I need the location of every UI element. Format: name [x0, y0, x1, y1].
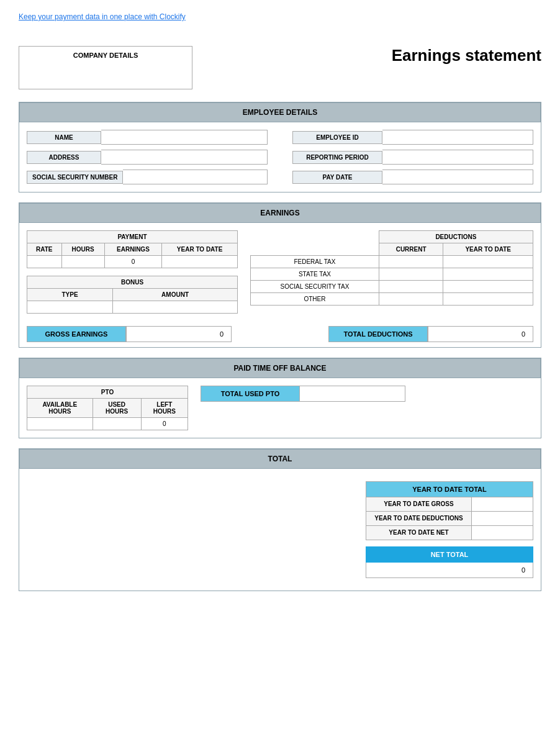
pto-left-cell[interactable]: 0 [141, 418, 187, 430]
deductions-table-header: DEDUCTIONS [379, 231, 533, 243]
total-used-pto-value[interactable] [300, 386, 405, 402]
ytd-table-wrapper: YEAR TO DATE TOTAL YEAR TO DATE GROSS YE… [366, 481, 533, 578]
address-value[interactable] [101, 150, 268, 165]
ssn-label: SOCIAL SECURITY NUMBER [27, 171, 123, 184]
net-total-label: NET TOTAL [366, 546, 533, 563]
federal-tax-ytd[interactable] [443, 256, 533, 268]
pto-total-area: TOTAL USED PTO [201, 386, 533, 404]
employee-details-body: NAME ADDRESS SOCIAL SECURITY NUMBER EMPL… [19, 122, 541, 192]
employee-grid: NAME ADDRESS SOCIAL SECURITY NUMBER EMPL… [27, 130, 533, 184]
bonus-amount-cell[interactable] [113, 301, 238, 314]
ytd-deductions-row: YEAR TO DATE DEDUCTIONS [366, 512, 533, 526]
payment-rate-cell[interactable] [27, 256, 62, 268]
pto-section: PAID TIME OFF BALANCE PTO AVAILABLE HOUR… [19, 358, 541, 438]
payment-table-row: 0 [27, 256, 238, 268]
bonus-table-header: BONUS [27, 276, 238, 289]
pto-section-header: PAID TIME OFF BALANCE [19, 358, 541, 378]
bonus-col-amount: AMOUNT [113, 289, 238, 301]
deductions-col-current: CURRENT [379, 243, 443, 256]
net-total-value[interactable]: 0 [366, 563, 533, 578]
reporting-period-field-row: REPORTING PERIOD [292, 150, 533, 165]
ytd-gross-row: YEAR TO DATE GROSS [366, 497, 533, 512]
total-used-pto-pair: TOTAL USED PTO [201, 386, 405, 402]
ytd-net-value[interactable] [472, 526, 533, 540]
state-tax-label: STATE TAX [251, 268, 379, 281]
employee-left-fields: NAME ADDRESS SOCIAL SECURITY NUMBER [27, 130, 268, 184]
ytd-deductions-value[interactable] [472, 512, 533, 525]
federal-tax-current[interactable] [379, 256, 443, 268]
other-ytd[interactable] [443, 293, 533, 306]
pto-table-header: PTO [27, 386, 188, 399]
ytd-net-row: YEAR TO DATE NET [366, 526, 533, 540]
earnings-header: EARNINGS [19, 203, 541, 223]
company-details-label: COMPANY DETAILS [73, 52, 138, 59]
earnings-left: PAYMENT RATE HOURS EARNINGS YEAR TO DATE… [27, 230, 238, 314]
earnings-right: DEDUCTIONS CURRENT YEAR TO DATE FEDERAL … [250, 230, 533, 314]
employee-details-header: EMPLOYEE DETAILS [19, 102, 541, 122]
pto-used-cell[interactable] [93, 418, 141, 430]
total-used-pto-label: TOTAL USED PTO [201, 386, 300, 402]
ytd-gross-value[interactable] [472, 497, 533, 511]
payment-table-header: PAYMENT [27, 231, 238, 243]
earnings-body: PAYMENT RATE HOURS EARNINGS YEAR TO DATE… [19, 223, 541, 321]
earnings-totals-area: GROSS EARNINGS 0 TOTAL DEDUCTIONS 0 [19, 321, 541, 347]
bonus-table-row [27, 301, 238, 314]
pto-table-row: 0 [27, 418, 188, 430]
deductions-row-federal: FEDERAL TAX [251, 256, 533, 268]
federal-tax-label: FEDERAL TAX [251, 256, 379, 268]
other-label: OTHER [251, 293, 379, 306]
name-value[interactable] [101, 130, 268, 145]
earnings-section: EARNINGS PAYMENT RATE HOURS EARNINGS YEA… [19, 202, 541, 348]
employee-id-value[interactable] [382, 130, 533, 145]
employee-id-field-row: EMPLOYEE ID [292, 130, 533, 145]
employee-right-fields: EMPLOYEE ID REPORTING PERIOD PAY DATE [292, 130, 533, 184]
total-section-body: YEAR TO DATE TOTAL YEAR TO DATE GROSS YE… [19, 469, 541, 591]
payment-ytd-cell[interactable] [162, 256, 238, 268]
deductions-table: DEDUCTIONS CURRENT YEAR TO DATE FEDERAL … [250, 230, 533, 306]
deductions-total-pair: TOTAL DEDUCTIONS 0 [328, 326, 533, 342]
pto-col-used: USED HOURS [93, 399, 141, 418]
payment-col-rate: RATE [27, 243, 62, 256]
payment-hours-cell[interactable] [61, 256, 104, 268]
pay-date-field-row: PAY DATE [292, 170, 533, 184]
address-field-row: ADDRESS [27, 150, 268, 165]
gross-total-pair: GROSS EARNINGS 0 [27, 326, 232, 342]
header-area: COMPANY DETAILS Earnings statement [19, 46, 541, 89]
reporting-period-label: REPORTING PERIOD [292, 151, 382, 164]
ssn-field-row: SOCIAL SECURITY NUMBER [27, 170, 268, 184]
pay-date-value[interactable] [382, 170, 533, 184]
pto-available-cell[interactable] [27, 418, 93, 430]
state-tax-current[interactable] [379, 268, 443, 281]
deductions-row-social-security: SOCIAL SECURITY TAX [251, 281, 533, 293]
payment-col-hours: HOURS [61, 243, 104, 256]
social-security-current[interactable] [379, 281, 443, 293]
ytd-deductions-label: YEAR TO DATE DEDUCTIONS [366, 512, 472, 525]
clockify-link[interactable]: Keep your payment data in one place with… [19, 12, 541, 21]
gross-earnings-value[interactable]: 0 [126, 326, 232, 342]
employee-details-section: EMPLOYEE DETAILS NAME ADDRESS SOCIAL SEC… [19, 102, 541, 192]
name-field-row: NAME [27, 130, 268, 145]
payment-table: PAYMENT RATE HOURS EARNINGS YEAR TO DATE… [27, 230, 238, 268]
reporting-period-value[interactable] [382, 150, 533, 165]
social-security-ytd[interactable] [443, 281, 533, 293]
pto-table-wrapper: PTO AVAILABLE HOURS USED HOURS LEFT HOUR… [27, 386, 188, 430]
total-deductions-label: TOTAL DEDUCTIONS [328, 326, 428, 342]
company-details-box: COMPANY DETAILS [19, 46, 192, 89]
deductions-col-ytd: YEAR TO DATE [443, 243, 533, 256]
state-tax-ytd[interactable] [443, 268, 533, 281]
total-section-header: TOTAL [19, 449, 541, 469]
total-section: TOTAL YEAR TO DATE TOTAL YEAR TO DATE GR… [19, 448, 541, 591]
payment-earnings-cell[interactable]: 0 [104, 256, 162, 268]
ytd-gross-label: YEAR TO DATE GROSS [366, 497, 472, 511]
pay-date-label: PAY DATE [292, 171, 382, 184]
pto-col-available: AVAILABLE HOURS [27, 399, 93, 418]
deductions-row-state: STATE TAX [251, 268, 533, 281]
name-label: NAME [27, 131, 101, 144]
pto-table: PTO AVAILABLE HOURS USED HOURS LEFT HOUR… [27, 386, 188, 430]
ssn-value[interactable] [123, 170, 268, 184]
total-deductions-value[interactable]: 0 [428, 326, 533, 342]
other-current[interactable] [379, 293, 443, 306]
page-title: Earnings statement [392, 46, 541, 65]
bonus-type-cell[interactable] [27, 301, 113, 314]
bonus-table: BONUS TYPE AMOUNT [27, 276, 238, 314]
